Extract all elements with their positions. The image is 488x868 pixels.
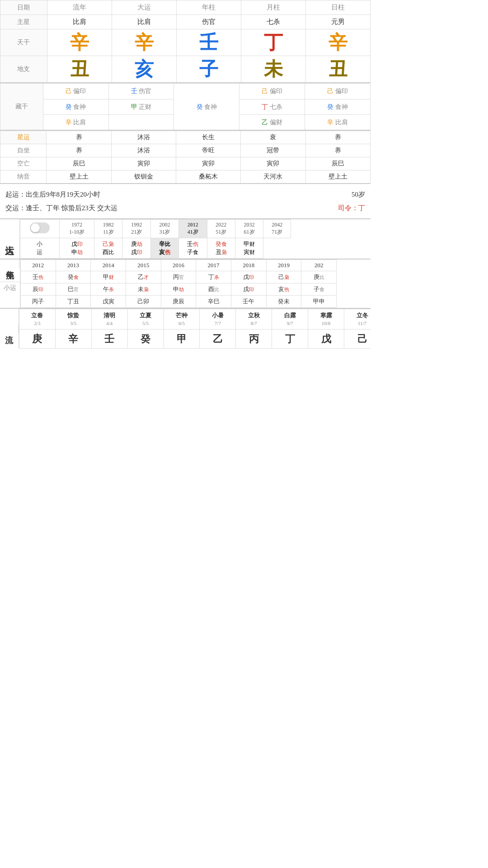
lny-8: 202 — [301, 259, 337, 271]
tiangan-4: 辛 — [305, 29, 370, 56]
sgz-0: 庚 — [19, 329, 56, 348]
lntg-3: 乙才 — [126, 271, 161, 283]
lny-6: 2018 — [231, 259, 266, 271]
xingyun-2-1: 寅卯 — [111, 157, 176, 170]
zhuxing-3: 七杀 — [241, 15, 305, 29]
lny-4: 2016 — [161, 259, 196, 271]
liunian-dz-row: 辰印 巳官 午杀 未枭 申劫 酉比 戌印 亥伤 子食 — [21, 283, 337, 295]
canggan-col1-line2 — [108, 114, 174, 130]
label-dizhi: 地支 — [0, 56, 47, 83]
lny-7: 2019 — [266, 259, 301, 271]
dayun-ganzhi-row: 小运 戊印 申劫 己枭 酉比 庚劫 戌印 — [20, 238, 291, 258]
dizhi-3: 未 — [241, 56, 305, 83]
dgz-4: 辛比 亥伤 — [150, 238, 178, 258]
st-6: 立秋 8/7 — [236, 309, 272, 329]
lndz-0: 辰印 — [21, 283, 56, 295]
dizhi-4: 丑 — [305, 56, 370, 83]
st-4: 芒种 6/5 — [164, 309, 200, 329]
xuy-8: 甲申 — [301, 295, 337, 307]
jiaoyun-text: 交运：逢壬、丁年 惊蛰后23天 交大运 — [5, 201, 117, 215]
lny-1: 2013 — [56, 259, 91, 271]
sgz-5: 乙 — [200, 329, 236, 348]
st-3: 立夏 5/5 — [127, 309, 164, 329]
solar-label: 流 — [0, 324, 19, 333]
lndz-4: 申劫 — [161, 283, 196, 295]
label-kongwang: 空亡 — [0, 157, 47, 170]
sgz-2: 壬 — [91, 329, 127, 348]
dayun-section: 大运 19721-10岁 198211岁 199221岁 200231岁 201… — [0, 219, 371, 259]
xuy-1: 丁丑 — [56, 295, 91, 307]
xingyun-2-0: 辰巳 — [47, 157, 111, 170]
xingyun-1-4: 养 — [305, 144, 370, 157]
label-zhuxing: 主星 — [0, 15, 47, 29]
liunian-years-row: 2012 2013 2014 2015 2016 2017 2018 2019 … — [21, 259, 337, 271]
lntg-0: 壬伤 — [21, 271, 56, 283]
lndz-6: 戌印 — [231, 283, 266, 295]
canggan-col4-line1: 癸 食神 — [305, 99, 371, 114]
lntg-6: 戊印 — [231, 271, 266, 283]
label-nayin: 纳音 — [0, 170, 47, 184]
col-header-date: 日期 — [0, 0, 47, 15]
dayun-toggle[interactable] — [30, 222, 50, 233]
sgz-9: 己 — [344, 329, 371, 348]
tiangan-1: 辛 — [112, 29, 176, 56]
st-5: 小暑 7/7 — [200, 309, 236, 329]
xuy-2: 戊寅 — [91, 295, 126, 307]
xingyun-3-3: 天河水 — [241, 170, 305, 184]
jiaoyun-right: 司令：丁 — [338, 201, 365, 215]
col-header-dayun: 大运 — [112, 0, 176, 15]
st-1: 惊蛰 3/5 — [55, 309, 91, 329]
lntg-1: 癸食 — [56, 271, 91, 283]
sgz-4: 甲 — [164, 329, 200, 348]
lntg-2: 甲财 — [91, 271, 126, 283]
lny-5: 2017 — [196, 259, 231, 271]
xingyun-0-1: 沐浴 — [111, 131, 176, 144]
xingyun-0-3: 衰 — [241, 131, 305, 144]
xuy-6: 壬午 — [231, 295, 266, 307]
dgz-3: 庚劫 戌印 — [122, 238, 150, 258]
lntg-8: 庚比 — [301, 271, 337, 283]
canggan-col4-line2: 辛 比肩 — [305, 114, 371, 130]
lndz-8: 子食 — [301, 283, 337, 295]
lny-3: 2015 — [126, 259, 161, 271]
canggan-col3-line2: 乙 偏财 — [239, 114, 305, 130]
dayun-label-small: 小运 — [20, 238, 60, 258]
xuy-0: 丙子 — [21, 295, 56, 307]
xuy-3: 己卯 — [126, 295, 161, 307]
sgz-6: 丙 — [236, 329, 272, 348]
lndz-2: 午杀 — [91, 283, 126, 295]
solar-terms-row: 立春 2/3 惊蛰 3/5 清明 4/4 立夏 — [19, 309, 371, 329]
xingyun-1-0: 养 — [47, 144, 111, 157]
lntg-7: 己枭 — [266, 271, 301, 283]
zhuxing-2: 伤官 — [176, 15, 241, 29]
sgz-7: 丁 — [272, 329, 308, 348]
liunian-nian: 年 — [3, 269, 17, 282]
xingyun-2-3: 寅卯 — [241, 157, 305, 170]
xingyun-2-2: 寅卯 — [176, 157, 241, 170]
label-canggan: 藏干 — [0, 84, 43, 130]
lndz-1: 巳官 — [56, 283, 91, 295]
canggan-col0-line2: 辛 比肩 — [43, 114, 108, 130]
dayun-label: 大运 — [0, 219, 20, 259]
solar-ganzhi-row: 庚 辛 壬 癸 甲 乙 丙 丁 戊 己 — [19, 329, 371, 348]
xingyun-3-1: 钗钏金 — [111, 170, 176, 184]
col-header-rizhu: 日柱 — [305, 0, 370, 15]
dyear-5: 201241岁 — [179, 219, 207, 238]
qiyun-age: 50岁 — [352, 188, 365, 201]
lndz-3: 未枭 — [126, 283, 161, 295]
canggan-col0-line0: 己 偏印 — [43, 84, 108, 99]
sgz-8: 戊 — [308, 329, 344, 348]
lndz-5: 酉比 — [196, 283, 231, 295]
dayun-toggle-cell — [20, 219, 60, 238]
lny-0: 2012 — [21, 259, 56, 271]
dizhi-1: 亥 — [112, 56, 176, 83]
canggan-col4-line0: 己 偏印 — [305, 84, 371, 99]
xingyun-table: 星运 养 沐浴 长生 衰 养 自坐 养 沐浴 帝旺 冠带 养 空亡 辰巳 寅卯 … — [0, 131, 371, 184]
canggan-col0-line1: 癸 食神 — [43, 99, 108, 114]
canggan-table: 藏干 己 偏印 壬 伤官 癸 食神 己 偏印 己 — [0, 83, 371, 131]
tiangan-2: 壬 — [176, 29, 241, 56]
zhuxing-0: 比肩 — [47, 15, 112, 29]
st-9: 立冬 11/7 — [344, 309, 371, 329]
st-2: 清明 4/4 — [91, 309, 127, 329]
xuy-5: 辛巳 — [196, 295, 231, 307]
